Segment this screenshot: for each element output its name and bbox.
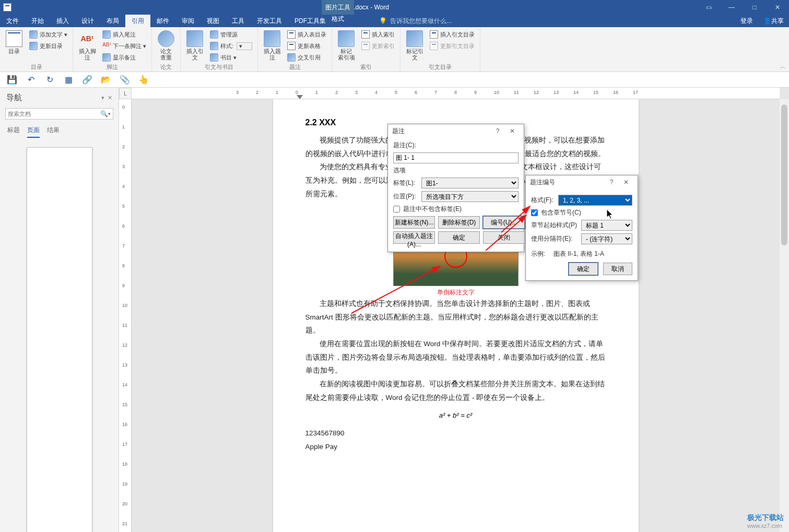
search-icon[interactable]: 🔍 bbox=[100, 110, 108, 117]
mark-citation-button[interactable]: 标记引文 bbox=[404, 28, 426, 63]
exclude-label-checkbox[interactable] bbox=[393, 206, 400, 212]
tab-insert[interactable]: 插入 bbox=[50, 15, 75, 27]
caption-ok-button[interactable]: 确定 bbox=[438, 231, 480, 244]
mark-index-entry-button[interactable]: 标记 索引项 bbox=[335, 28, 357, 63]
caption-numbering-dialog: 题注编号 ? ✕ 格式(F): 1, 2, 3, ... 包含章节号(C) 章节… bbox=[525, 175, 638, 281]
insert-footnote-button[interactable]: AB¹插入脚注 bbox=[76, 28, 98, 63]
nav-dropdown-icon[interactable]: ▾ bbox=[101, 94, 104, 101]
style-select-box[interactable]: ▾ bbox=[237, 42, 252, 50]
bibliography-button[interactable]: 书目 ▾ bbox=[208, 52, 254, 63]
show-notes-button[interactable]: 显示备注 bbox=[100, 52, 148, 63]
paragraph: 在新的阅读视图中阅读更加容易。可以折叠文档某些部分并关注所需文本。如果在达到结尾… bbox=[305, 377, 606, 404]
search-dropdown-icon[interactable]: ▾ bbox=[108, 111, 111, 116]
horizontal-ruler[interactable]: 32101234567891011121314151617 bbox=[132, 88, 780, 99]
insert-caption-button[interactable]: 插入题注 bbox=[261, 28, 283, 63]
caption-cancel-button[interactable]: 关闭 bbox=[483, 231, 525, 244]
link-icon[interactable]: 🔗 bbox=[83, 75, 92, 85]
scrollbar-thumb[interactable] bbox=[781, 104, 787, 245]
lightbulb-icon: 💡 bbox=[379, 17, 387, 25]
table-icon[interactable]: ▦ bbox=[64, 75, 73, 85]
tab-view[interactable]: 视图 bbox=[201, 15, 226, 27]
insert-table-figures-label: 插入表目录 bbox=[298, 31, 326, 39]
update-toc-button[interactable]: 更新目录 bbox=[27, 41, 69, 51]
numbering-dialog-help-icon[interactable]: ? bbox=[604, 179, 619, 186]
caption-dialog-close-icon[interactable]: ✕ bbox=[505, 127, 520, 135]
insert-table-figures-button[interactable]: 插入表目录 bbox=[285, 29, 328, 40]
nav-tab-headings[interactable]: 标题 bbox=[7, 126, 20, 138]
ribbon-group-thesis: 论文 查重 论文 bbox=[152, 27, 181, 72]
nav-close-icon[interactable]: ✕ bbox=[108, 94, 112, 101]
nav-tabs: 标题 页面 结果 bbox=[0, 122, 119, 142]
vertical-ruler[interactable]: 0123456789101112131415161718192021222324… bbox=[119, 99, 132, 532]
insert-authorities-button[interactable]: 插入引文目录 bbox=[428, 29, 477, 40]
tab-review[interactable]: 审阅 bbox=[175, 15, 201, 27]
tab-tools[interactable]: 工具 bbox=[226, 15, 251, 27]
window-title: Word教程2.docx - Word bbox=[15, 3, 697, 12]
tab-file[interactable]: 文件 bbox=[0, 15, 25, 27]
tab-mailings[interactable]: 邮件 bbox=[150, 15, 175, 27]
update-table-button[interactable]: 更新表格 bbox=[285, 41, 328, 51]
tab-picture-format[interactable]: 格式 bbox=[322, 15, 354, 23]
attach-icon[interactable]: 📎 bbox=[120, 75, 129, 85]
numbering-dialog-close-icon[interactable]: ✕ bbox=[619, 179, 633, 186]
separator-select[interactable]: - (连字符) bbox=[581, 233, 632, 244]
nav-tab-results[interactable]: 结果 bbox=[47, 126, 60, 138]
caption-text-input[interactable] bbox=[393, 152, 519, 163]
page-thumb-7[interactable]: 7 bbox=[0, 147, 119, 532]
add-text-button[interactable]: 添加文字 ▾ bbox=[27, 29, 69, 40]
label-select[interactable]: 图1- bbox=[421, 178, 519, 188]
auto-caption-button[interactable]: 自动插入题注(A)... bbox=[393, 231, 435, 244]
touch-mode-icon[interactable]: 👆 bbox=[139, 75, 148, 85]
group-label-captions: 题注 bbox=[261, 63, 328, 72]
nav-tab-pages[interactable]: 页面 bbox=[27, 126, 40, 138]
chapter-style-select[interactable]: 标题 1 bbox=[581, 220, 632, 231]
insert-endnote-button[interactable]: 插入尾注 bbox=[100, 29, 148, 40]
share-button[interactable]: 👤共享 bbox=[758, 15, 789, 27]
delete-label-button[interactable]: 删除标签(D) bbox=[438, 216, 480, 229]
tab-design[interactable]: 设计 bbox=[75, 15, 100, 27]
caption-dialog: 题注 ? ✕ 题注(C): 选项 标签(L): 图1- 位置(P): 所选项目下… bbox=[387, 124, 524, 252]
insert-citation-button[interactable]: 插入引文 bbox=[184, 28, 206, 63]
vertical-scrollbar[interactable] bbox=[780, 99, 789, 532]
numbering-button[interactable]: 编号(U)... bbox=[483, 216, 525, 229]
tab-developer[interactable]: 开发工具 bbox=[251, 15, 288, 27]
plagiarism-check-button[interactable]: 论文 查重 bbox=[155, 28, 177, 63]
numbering-cancel-button[interactable]: 取消 bbox=[603, 263, 632, 275]
numbering-ok-button[interactable]: 确定 bbox=[569, 263, 598, 275]
tab-layout[interactable]: 布局 bbox=[100, 15, 125, 27]
tab-home[interactable]: 开始 bbox=[25, 15, 50, 27]
caption-dialog-help-icon[interactable]: ? bbox=[490, 127, 505, 135]
ribbon-display-options-button[interactable]: ▭ bbox=[697, 0, 720, 15]
undo-icon[interactable]: ↶ bbox=[26, 75, 36, 85]
new-label-button[interactable]: 新建标签(N)... bbox=[393, 216, 435, 229]
tell-me-search[interactable]: 💡 告诉我您想要做什么... bbox=[379, 15, 452, 27]
minimize-button[interactable]: — bbox=[720, 0, 743, 15]
manage-sources-button[interactable]: 管理源 bbox=[208, 29, 254, 40]
toc-button[interactable]: 目录 bbox=[3, 28, 25, 63]
position-select[interactable]: 所选项目下方 bbox=[421, 191, 519, 202]
format-label: 格式(F): bbox=[531, 196, 555, 205]
maximize-button[interactable]: □ bbox=[743, 0, 766, 15]
close-window-button[interactable]: ✕ bbox=[766, 0, 789, 15]
update-authorities-label: 更新引文目录 bbox=[440, 42, 475, 50]
cross-reference-button[interactable]: 交叉引用 bbox=[285, 52, 328, 63]
nav-search[interactable]: 🔍▾ bbox=[5, 108, 113, 120]
search-input[interactable] bbox=[8, 111, 100, 117]
login-button[interactable]: 登录 bbox=[735, 15, 758, 27]
citation-style-dropdown[interactable]: 样式:▾ bbox=[208, 41, 254, 51]
update-authorities-button[interactable]: 更新引文目录 bbox=[428, 41, 477, 51]
update-index-button[interactable]: 更新索引 bbox=[359, 41, 397, 51]
label-label: 标签(L): bbox=[393, 179, 418, 187]
format-select[interactable]: 1, 2, 3, ... bbox=[558, 195, 632, 206]
include-chapter-checkbox[interactable] bbox=[531, 209, 538, 216]
insert-index-button[interactable]: 插入索引 bbox=[359, 29, 397, 40]
ribbon-group-footnotes: AB¹插入脚注 插入尾注 AB¹下一条脚注 ▾ 显示备注 脚注 bbox=[73, 27, 152, 72]
tab-references[interactable]: 引用 bbox=[125, 15, 150, 27]
next-footnote-button[interactable]: AB¹下一条脚注 ▾ bbox=[100, 41, 148, 51]
open-icon[interactable]: 📂 bbox=[101, 75, 111, 85]
watermark-url: www.xz7.com bbox=[747, 523, 784, 529]
save-icon[interactable]: 💾 bbox=[7, 75, 17, 85]
ruler-corner[interactable]: L bbox=[119, 88, 132, 99]
collapse-ribbon-icon[interactable]: ︿ bbox=[780, 63, 786, 70]
redo-icon[interactable]: ↻ bbox=[45, 75, 54, 85]
